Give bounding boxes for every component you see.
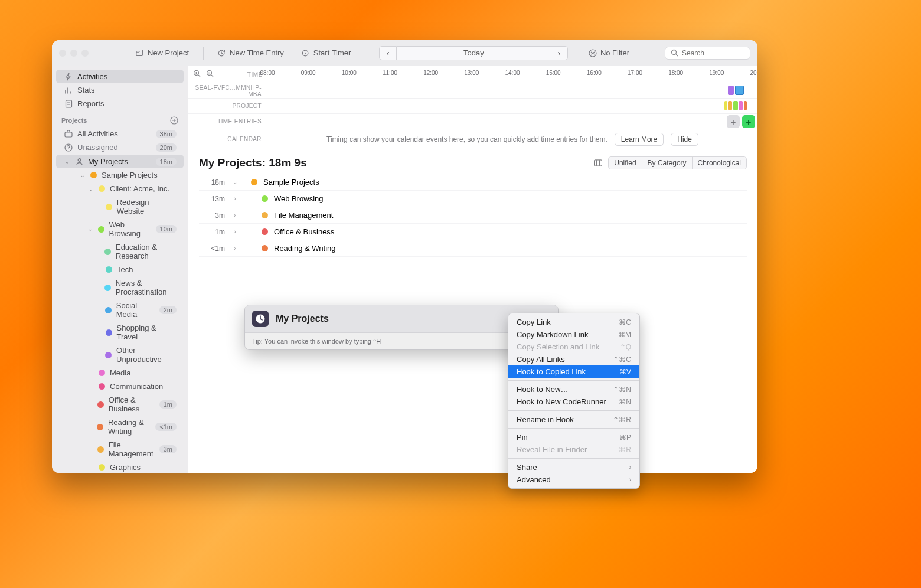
timeline-tick: 19:00 [709, 70, 724, 76]
sidebar-unassigned[interactable]: Unassigned 20m [56, 141, 184, 154]
project-color-dot [105, 307, 112, 313]
category-row[interactable]: 18m⌄Sample Projects [199, 174, 747, 191]
sidebar-project-item[interactable]: Redesign Website [56, 195, 184, 218]
view-tab-by-category[interactable]: By Category [642, 157, 692, 169]
hide-button[interactable]: Hide [671, 133, 698, 146]
sidebar-project-item[interactable]: Media [56, 366, 184, 380]
close-icon[interactable] [59, 50, 66, 57]
sidebar-project-item[interactable]: ⌄Sample Projects [56, 168, 184, 182]
timeline-calendar-label: CALENDAR [188, 136, 267, 142]
menu-item[interactable]: Copy Markdown Link⌘M [508, 328, 639, 341]
sidebar-project-item[interactable]: Graphics [56, 460, 184, 473]
lane-body[interactable] [267, 83, 757, 98]
clock-plus-icon [218, 49, 226, 57]
shortcut: ⌘R [619, 446, 631, 454]
sidebar-project-item[interactable]: ⌄Web Browsing10m [56, 218, 184, 240]
menu-item[interactable]: Hook to Copied Link⌘V [508, 365, 639, 378]
sidebar-all-activities[interactable]: All Activities 38m [56, 127, 184, 141]
expand-toggle[interactable]: › [231, 212, 239, 218]
menu-item[interactable]: Hook to New…⌃⌘N [508, 383, 639, 396]
search-input[interactable] [682, 49, 745, 57]
next-day-button[interactable]: › [550, 46, 568, 60]
menu-item[interactable]: Rename in Hook⌃⌘R [508, 413, 639, 426]
add-entry-button[interactable]: + [727, 115, 740, 128]
sidebar-project-item[interactable]: Tech [56, 263, 184, 276]
sidebar-item-label: Reading & Writing [108, 418, 151, 436]
zoom-icon[interactable] [81, 50, 89, 57]
search-field[interactable] [665, 47, 750, 60]
duration-badge: 3m [159, 445, 177, 453]
chevron-down-icon[interactable]: ⌄ [88, 186, 94, 192]
sidebar-project-item[interactable]: News & Procrastination [56, 276, 184, 299]
chevron-down-icon[interactable]: ⌄ [80, 172, 86, 178]
sidebar-project-item[interactable]: ⌄Client: Acme, Inc. [56, 182, 184, 195]
minimize-icon[interactable] [70, 50, 77, 57]
category-row[interactable]: 1m›Office & Business [199, 224, 747, 240]
svg-point-8 [65, 144, 72, 151]
start-timer-label: Start Timer [313, 48, 351, 57]
menu-item[interactable]: Hook to New CodeRunner⌘N [508, 396, 639, 408]
add-entry-button[interactable]: + [742, 115, 755, 128]
lane-body[interactable]: ++ [267, 114, 757, 129]
timeline-scale[interactable]: 08:0009:0010:0011:0012:0013:0014:0015:00… [267, 66, 757, 83]
menu-separator [508, 428, 639, 429]
sidebar-project-item[interactable]: Shopping & Travel [56, 321, 184, 344]
window-controls[interactable] [59, 50, 89, 57]
sidebar-my-projects[interactable]: ⌄ My Projects 18m [56, 155, 184, 168]
expand-toggle[interactable]: ⌄ [231, 179, 239, 185]
timeline-tick: 13:00 [464, 70, 479, 76]
today-label[interactable]: Today [397, 46, 550, 60]
sidebar-nav-stats[interactable]: Stats [56, 83, 184, 97]
expand-toggle[interactable]: › [231, 245, 239, 251]
sidebar-project-item[interactable]: Communication [56, 380, 184, 393]
chevron-down-icon[interactable]: ⌄ [64, 159, 70, 165]
project-color-dot [99, 185, 105, 192]
timeline-tick: 17:00 [628, 70, 642, 76]
sidebar-item-label: Social Media [116, 301, 155, 319]
row-label: Sample Projects [263, 178, 319, 187]
toolbar: New Project New Time Entry Start Timer ‹… [52, 40, 757, 66]
duration-badge: 10m [156, 225, 177, 233]
menu-item-label: Hook to New… [517, 385, 568, 394]
menu-item[interactable]: Share› [508, 461, 639, 473]
sidebar-project-item[interactable]: Other Unproductive [56, 344, 184, 366]
play-clock-icon [302, 49, 310, 57]
sidebar-nav-activities[interactable]: Activities [56, 70, 184, 83]
prev-day-button[interactable]: ‹ [379, 46, 397, 60]
category-row[interactable]: 13m›Web Browsing [199, 191, 747, 207]
sidebar-project-item[interactable]: File Management3m [56, 438, 184, 460]
menu-item[interactable]: Pin⌘P [508, 431, 639, 443]
learn-more-button[interactable]: Learn More [615, 133, 664, 146]
view-tab-chronological[interactable]: Chronological [692, 157, 746, 169]
svg-point-9 [78, 159, 81, 162]
columns-icon[interactable] [594, 159, 602, 167]
chevron-down-icon[interactable]: ⌄ [88, 226, 93, 232]
lane-body[interactable] [267, 99, 757, 113]
zoom-out-icon[interactable] [206, 70, 215, 79]
expand-toggle[interactable]: › [231, 195, 239, 202]
sidebar-project-item[interactable]: Education & Research [56, 240, 184, 263]
sidebar-project-item[interactable]: Office & Business1m [56, 393, 184, 416]
add-project-icon[interactable] [170, 116, 178, 125]
menu-item[interactable]: Advanced› [508, 473, 639, 486]
timeline-lane: PROJECT [188, 98, 757, 113]
menu-item[interactable]: Copy All Links⌃⌘C [508, 353, 639, 365]
sidebar-project-item[interactable]: Social Media2m [56, 299, 184, 321]
sidebar-nav-reports[interactable]: Reports [56, 97, 184, 110]
expand-toggle[interactable]: › [231, 228, 239, 235]
row-duration: 3m [199, 211, 225, 220]
filter-button[interactable]: No Filter [583, 46, 635, 60]
zoom-in-icon[interactable] [193, 70, 203, 79]
category-row[interactable]: 3m›File Management [199, 207, 747, 224]
sidebar-project-item[interactable]: Reading & Writing<1m [56, 416, 184, 438]
category-row[interactable]: <1m›Reading & Writing [199, 240, 747, 257]
menu-separator [508, 410, 639, 411]
new-project-button[interactable]: New Project [130, 46, 195, 60]
folder-plus-icon [136, 49, 144, 57]
sidebar-item-label: Redesign Website [117, 198, 177, 215]
new-time-entry-button[interactable]: New Time Entry [212, 46, 290, 60]
start-timer-button[interactable]: Start Timer [296, 46, 357, 60]
menu-item[interactable]: Copy Link⌘C [508, 316, 639, 328]
menu-separator [508, 458, 639, 459]
view-tab-unified[interactable]: Unified [609, 157, 641, 169]
